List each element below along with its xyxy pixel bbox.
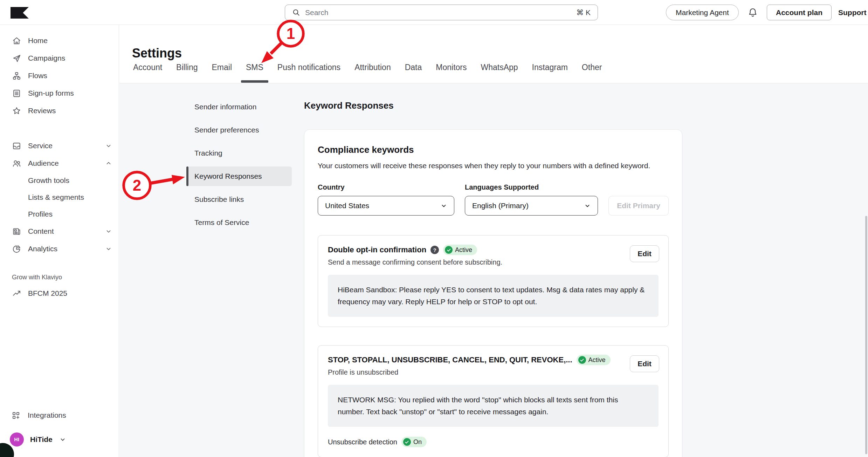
toggle-label: Unsubscribe detection bbox=[328, 438, 397, 446]
search-input[interactable] bbox=[305, 8, 571, 17]
tab-data[interactable]: Data bbox=[405, 63, 422, 74]
keyword-title: STOP, STOPALL, UNSUBSCRIBE, CANCEL, END,… bbox=[328, 355, 572, 364]
sidebar-item-analytics[interactable]: Analytics bbox=[0, 240, 119, 258]
subnav-subscribe-links[interactable]: Subscribe links bbox=[186, 190, 292, 209]
help-icon[interactable]: ? bbox=[430, 246, 439, 254]
tab-instagram[interactable]: Instagram bbox=[532, 63, 568, 74]
tab-email[interactable]: Email bbox=[212, 63, 232, 74]
support-menu[interactable]: Support bbox=[838, 5, 866, 20]
locale-form-row: Country United States Languages Supporte… bbox=[318, 183, 669, 216]
languages-field: Languages Supported English (Primary) bbox=[465, 183, 598, 216]
keyword-title: Double opt-in confirmation bbox=[328, 245, 426, 254]
account-switcher[interactable]: HI HiTide bbox=[0, 430, 119, 449]
sidebar-item-audience[interactable]: Audience bbox=[0, 155, 119, 172]
keyword-title-row: Double opt-in confirmation ? Active bbox=[328, 245, 659, 255]
sidebar-item-signup-forms[interactable]: Sign-up forms bbox=[0, 84, 119, 102]
subnav-tracking[interactable]: Tracking bbox=[186, 143, 292, 163]
keyword-message-box: NETWORK MSG: You replied with the word "… bbox=[328, 385, 659, 427]
sidebar-bottom: Integrations HI HiTide bbox=[0, 407, 119, 457]
sidebar-item-profiles[interactable]: Profiles bbox=[0, 206, 119, 223]
languages-label: Languages Supported bbox=[465, 183, 598, 191]
sidebar-spacer bbox=[0, 120, 119, 137]
sidebar-item-home[interactable]: Home bbox=[0, 32, 119, 49]
check-icon bbox=[403, 438, 411, 446]
chevron-down-icon bbox=[584, 202, 591, 210]
integrations-icon bbox=[11, 411, 21, 420]
search-icon bbox=[292, 8, 300, 16]
klaviyo-logo bbox=[11, 7, 29, 19]
sms-settings-content: Sender information Sender preferences Tr… bbox=[119, 83, 868, 457]
sidebar-item-service[interactable]: Service bbox=[0, 137, 119, 155]
sidebar: Home Campaigns Flows Sign-up forms Revie… bbox=[0, 25, 119, 457]
avatar: HI bbox=[10, 432, 24, 446]
edit-button[interactable]: Edit bbox=[630, 245, 659, 262]
sidebar-item-flows[interactable]: Flows bbox=[0, 67, 119, 84]
keyword-message: NETWORK MSG: You replied with the word "… bbox=[338, 394, 646, 418]
keyword-card-stop: STOP, STOPALL, UNSUBSCRIBE, CANCEL, END,… bbox=[318, 345, 669, 457]
chevron-down-icon bbox=[59, 436, 67, 443]
card-title: Compliance keywords bbox=[318, 144, 669, 155]
keyword-message: HiBeam Sandbox: Please reply YES to cons… bbox=[338, 284, 646, 308]
sidebar-item-reviews[interactable]: Reviews bbox=[0, 102, 119, 120]
search-shortcut: ⌘ K bbox=[576, 8, 591, 17]
chevron-up-icon bbox=[105, 159, 112, 167]
home-icon bbox=[12, 36, 21, 46]
subnav-sender-preferences[interactable]: Sender preferences bbox=[186, 120, 292, 140]
status-badge: Active bbox=[443, 245, 477, 255]
tab-monitors[interactable]: Monitors bbox=[436, 63, 467, 74]
form-icon bbox=[12, 89, 21, 98]
top-bar: ⌘ K Marketing Agent Account plan Support bbox=[0, 0, 868, 25]
flows-icon bbox=[12, 71, 21, 81]
check-icon bbox=[578, 356, 586, 364]
sidebar-item-campaigns[interactable]: Campaigns bbox=[0, 49, 119, 67]
sidebar-item-integrations[interactable]: Integrations bbox=[0, 407, 119, 424]
keyword-subtitle: Send a message confirming consent before… bbox=[328, 258, 659, 266]
notifications-button[interactable] bbox=[746, 6, 759, 19]
tab-attribution[interactable]: Attribution bbox=[354, 63, 391, 74]
keyword-message-box: HiBeam Sandbox: Please reply YES to cons… bbox=[328, 275, 659, 317]
sidebar-item-bfcm[interactable]: BFCM 2025 bbox=[0, 285, 119, 302]
sidebar-item-growth-tools[interactable]: Growth tools bbox=[0, 172, 119, 189]
pie-chart-icon bbox=[12, 244, 21, 254]
workspace-pill[interactable]: Marketing Agent bbox=[666, 5, 739, 20]
chevron-down-icon bbox=[105, 245, 112, 253]
check-icon bbox=[445, 246, 453, 254]
keyword-subtitle: Profile is unsubscribed bbox=[328, 368, 659, 376]
subnav-sender-information[interactable]: Sender information bbox=[186, 97, 292, 117]
chevron-down-icon bbox=[440, 202, 448, 210]
chevron-down-icon bbox=[105, 227, 112, 235]
tab-billing[interactable]: Billing bbox=[176, 63, 198, 74]
edit-button[interactable]: Edit bbox=[630, 355, 659, 372]
sidebar-item-lists-segments[interactable]: Lists & segments bbox=[0, 189, 119, 206]
tab-whatsapp[interactable]: WhatsApp bbox=[481, 63, 518, 74]
sidebar-item-content[interactable]: Content bbox=[0, 223, 119, 240]
account-plan-button[interactable]: Account plan bbox=[767, 5, 832, 20]
section-title: Keyword Responses bbox=[304, 100, 394, 111]
keyword-card-double-opt-in: Double opt-in confirmation ? Active Send… bbox=[318, 235, 669, 327]
trending-up-icon bbox=[12, 289, 21, 298]
sms-subnav: Sender information Sender preferences Tr… bbox=[186, 97, 292, 236]
annotation-number: 1 bbox=[287, 25, 295, 42]
edit-primary-button[interactable]: Edit Primary bbox=[608, 196, 669, 216]
page-title: Settings bbox=[132, 46, 182, 61]
global-search[interactable]: ⌘ K bbox=[285, 5, 598, 20]
tab-push-notifications[interactable]: Push notifications bbox=[277, 63, 340, 74]
tab-account[interactable]: Account bbox=[133, 63, 162, 74]
keyword-title-row: STOP, STOPALL, UNSUBSCRIBE, CANCEL, END,… bbox=[328, 355, 659, 365]
compliance-keywords-card: Compliance keywords Your customers will … bbox=[304, 129, 682, 457]
chevron-down-icon bbox=[105, 142, 112, 150]
subnav-terms-of-service[interactable]: Terms of Service bbox=[186, 213, 292, 232]
news-icon bbox=[12, 227, 21, 236]
account-name: HiTide bbox=[30, 435, 53, 444]
country-field: Country United States bbox=[318, 183, 454, 216]
languages-select[interactable]: English (Primary) bbox=[465, 196, 598, 216]
country-select[interactable]: United States bbox=[318, 196, 454, 216]
country-label: Country bbox=[318, 183, 454, 191]
tab-other[interactable]: Other bbox=[582, 63, 602, 74]
sidebar-section-label: Grow with Klaviyo bbox=[12, 274, 119, 281]
vertical-scrollbar[interactable] bbox=[865, 216, 867, 454]
subnav-keyword-responses[interactable]: Keyword Responses bbox=[186, 166, 292, 186]
star-icon bbox=[12, 106, 21, 116]
tab-sms[interactable]: SMS bbox=[246, 63, 263, 74]
send-icon bbox=[12, 54, 21, 63]
